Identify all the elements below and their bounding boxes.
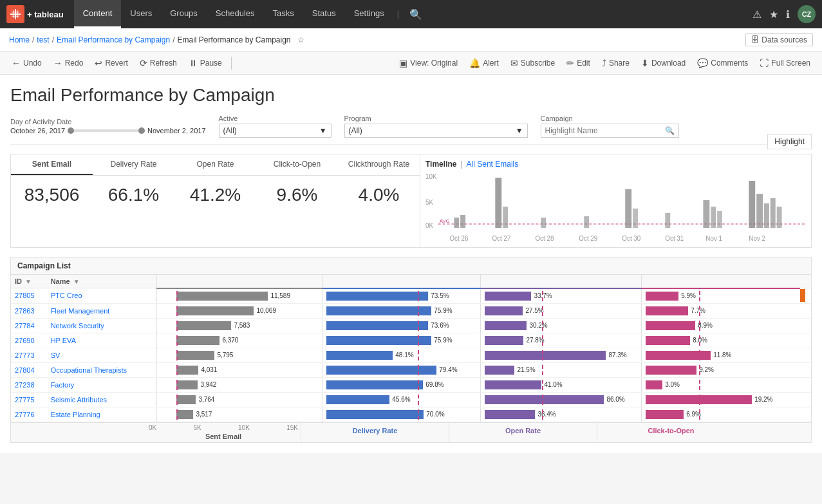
nav-tab-settings[interactable]: Settings <box>345 0 393 28</box>
undo-button[interactable]: ← Undo <box>6 55 47 71</box>
download-button[interactable]: ⬇ Download <box>636 55 691 71</box>
nav-tab-groups[interactable]: Groups <box>161 0 207 28</box>
row-name-27805[interactable]: PTC Creo <box>47 288 157 304</box>
redo-button[interactable]: → Redo <box>48 55 89 71</box>
info-icon[interactable]: ℹ <box>786 8 790 21</box>
svg-text:Oct 28: Oct 28 <box>535 235 554 242</box>
row-id-27776: 27776 <box>11 407 47 422</box>
metric-tab-sent[interactable]: Sent Email <box>11 154 93 175</box>
search-icon[interactable]: 🔍 <box>403 0 429 28</box>
row-name-27863[interactable]: Fleet Management <box>47 303 157 318</box>
user-avatar[interactable]: CZ <box>798 5 816 23</box>
data-sources-label: Data sources <box>761 35 807 44</box>
row-name-27784[interactable]: Network Security <box>47 318 157 333</box>
data-sources-button[interactable]: 🗄 Data sources <box>745 33 813 46</box>
download-label: Download <box>651 59 686 68</box>
row-name-27773[interactable]: SV <box>47 348 157 362</box>
pause-button[interactable]: ⏸ Pause <box>183 55 227 71</box>
chart-tab-all-sent[interactable]: All Sent Emails <box>467 160 519 169</box>
svg-rect-16 <box>584 216 589 228</box>
timeline-chart-panel: Timeline | All Sent Emails 10K 5K 0K AVG <box>420 154 811 247</box>
row-open-bar-27804: 21.5% <box>481 362 642 377</box>
row-open-bar-27690: 27.8% <box>481 333 642 348</box>
search-icon[interactable]: 🔍 <box>665 126 675 135</box>
svg-rect-21 <box>711 207 716 228</box>
table-row: 27784 Network Security 7,583 73.6% <box>11 318 811 333</box>
program-dropdown-arrow-icon: ▼ <box>516 126 523 135</box>
nav-tab-schedules[interactable]: Schedules <box>207 0 264 28</box>
favorite-icon[interactable]: ☆ <box>297 35 304 44</box>
date-slider[interactable] <box>68 129 145 132</box>
delivery-column-header <box>322 275 481 288</box>
nav-tab-status[interactable]: Status <box>303 0 345 28</box>
program-filter-select[interactable]: (All) ▼ <box>344 124 528 138</box>
share-icon: ⤴ <box>602 58 606 68</box>
row-open-bar-27238: 41.0% <box>481 377 642 392</box>
share-label: Share <box>609 59 630 68</box>
breadcrumb-test[interactable]: test <box>37 35 49 44</box>
svg-rect-11 <box>454 218 459 228</box>
nav-tab-content[interactable]: Content <box>74 0 122 28</box>
name-filter-icon[interactable]: ▼ <box>73 278 80 285</box>
row-id-27775: 27775 <box>11 392 47 407</box>
nav-tab-users[interactable]: Users <box>121 0 161 28</box>
breadcrumb-parent[interactable]: Email Performance by Campaign <box>57 35 170 44</box>
row-open-bar-27784: 30.2% <box>481 318 642 333</box>
revert-button[interactable]: ↩ Revert <box>89 55 133 71</box>
campaign-search-box[interactable]: 🔍 <box>541 124 679 138</box>
fullscreen-icon: ⛶ <box>760 58 769 68</box>
row-name-27804[interactable]: Occupational Therapists <box>47 362 157 377</box>
row-open-bar-27863: 27.5% <box>481 303 642 318</box>
svg-rect-14 <box>503 207 508 228</box>
row-orange-indicator-27863 <box>800 303 811 318</box>
svg-text:Oct 30: Oct 30 <box>622 235 640 242</box>
breadcrumb-home[interactable]: Home <box>9 35 30 44</box>
program-filter-label: Program <box>344 115 528 122</box>
cylinder-icon: 🗄 <box>751 35 759 44</box>
active-filter-select[interactable]: (All) ▼ <box>219 124 332 138</box>
metric-tab-cto[interactable]: Click-to-Open <box>256 154 338 175</box>
row-sent-bar-27805: 11,589 <box>157 288 322 304</box>
nav-divider: | <box>393 0 403 28</box>
edit-button[interactable]: ✏ Edit <box>561 55 595 71</box>
subscribe-button[interactable]: ✉ Subscribe <box>505 55 560 71</box>
row-name-27776[interactable]: Estate Planning <box>47 407 157 422</box>
view-button[interactable]: ▣ View: Original <box>394 55 463 71</box>
row-delivery-bar-27773: 48.1% <box>322 348 481 362</box>
alert-button[interactable]: 🔔 Alert <box>464 55 504 71</box>
svg-text:Oct 26: Oct 26 <box>449 235 468 242</box>
metric-tab-open[interactable]: Open Rate <box>174 154 256 175</box>
alert-triangle-icon[interactable]: ⚠ <box>752 8 761 21</box>
row-open-bar-27776: 36.4% <box>481 407 642 422</box>
refresh-icon: ⟳ <box>140 58 147 68</box>
date-filter-label: Day of Activity Date <box>10 118 206 126</box>
id-sort-icon[interactable]: ▼ <box>25 278 32 285</box>
star-icon[interactable]: ★ <box>769 8 778 21</box>
row-name-27775[interactable]: Seismic Attributes <box>47 392 157 407</box>
svg-rect-18 <box>633 209 638 228</box>
date-filter-range: October 26, 2017 November 2, 2017 <box>10 127 206 135</box>
chart-tab-timeline[interactable]: Timeline <box>425 160 456 169</box>
row-name-27238[interactable]: Factory <box>47 377 157 392</box>
metric-tab-delivery[interactable]: Delivery Rate <box>93 154 174 175</box>
nav-tab-tasks[interactable]: Tasks <box>264 0 303 28</box>
slider-thumb-left[interactable] <box>68 127 74 134</box>
fullscreen-button[interactable]: ⛶ Full Screen <box>754 55 816 71</box>
axis-5k-sent: 5K <box>194 424 201 431</box>
footer-delivery-section: Delivery Rate <box>301 423 449 442</box>
row-orange-indicator-27804 <box>800 362 811 377</box>
metric-tab-ctr[interactable]: Clickthrough Rate <box>338 154 420 175</box>
campaign-search-input[interactable] <box>545 126 665 135</box>
metric-tabs: Sent Email Delivery Rate Open Rate Click… <box>11 154 420 176</box>
slider-thumb-right[interactable] <box>138 127 145 134</box>
metric-delivery-value: 66.1% <box>93 185 174 205</box>
svg-rect-4 <box>12 12 19 13</box>
row-cto-bar-27805: 5.9% <box>642 288 800 304</box>
comments-button[interactable]: 💬 Comments <box>692 55 753 71</box>
refresh-button[interactable]: ⟳ Refresh <box>135 55 182 71</box>
row-delivery-bar-27805: 73.5% <box>322 288 481 304</box>
row-name-27690[interactable]: HP EVA <box>47 333 157 348</box>
row-delivery-bar-27784: 73.6% <box>322 318 481 333</box>
share-button[interactable]: ⤴ Share <box>597 55 635 71</box>
row-delivery-bar-27863: 75.9% <box>322 303 481 318</box>
